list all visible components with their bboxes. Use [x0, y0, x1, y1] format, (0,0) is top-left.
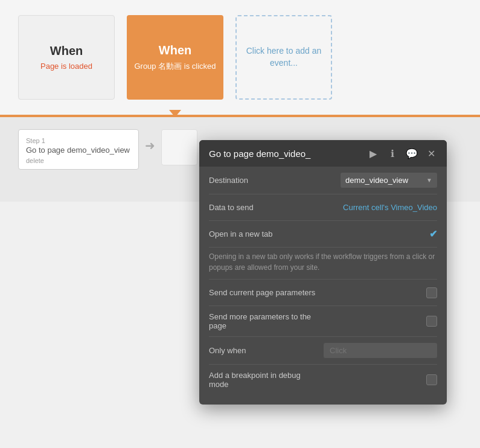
breakpoint-label: Add a breakpoint in debug mode	[209, 371, 318, 389]
step1-action: Go to page demo_video_view	[26, 146, 131, 155]
card2-sub-label: Group 名動画 is clicked	[134, 61, 216, 72]
send-more-params-check-container	[318, 316, 437, 327]
send-more-params-checkbox[interactable]	[426, 316, 437, 327]
dropdown-arrow-icon: ▼	[426, 177, 432, 184]
breakpoint-check-container	[318, 374, 437, 385]
popup-panel: Go to page demo_video_ ▶ ℹ 💬 ✕ Destinati…	[199, 140, 447, 405]
open-new-tab-info: Opening in a new tab only works if the w…	[209, 248, 437, 280]
data-to-send-value-container: Current cell's Vimeo_Video	[318, 203, 437, 212]
play-icon[interactable]: ▶	[367, 147, 379, 159]
send-more-params-row: Send more parameters to the page	[209, 306, 437, 337]
breakpoint-row: Add a breakpoint in debug mode	[209, 365, 437, 395]
step1-label: Step 1	[26, 137, 45, 144]
breakpoint-checkbox[interactable]	[426, 374, 437, 385]
divider-line	[0, 115, 480, 117]
only-when-input-container	[318, 343, 437, 358]
open-new-tab-label: Open in a new tab	[209, 229, 318, 238]
only-when-row: Only when	[209, 337, 437, 365]
open-new-tab-checkmark[interactable]: ✔	[429, 228, 437, 240]
event-card-page-loaded[interactable]: When Page is loaded	[18, 15, 115, 100]
open-new-tab-check-container: ✔	[318, 228, 437, 240]
workflow-arrow: ➜	[145, 138, 155, 153]
workflow-step-1[interactable]: Step 1 Go to page demo_video_view delete	[18, 129, 139, 170]
card1-when-label: When	[50, 44, 83, 58]
data-to-send-label: Data to send	[209, 203, 318, 212]
only-when-input[interactable]	[324, 343, 437, 358]
card2-when-label: When	[159, 43, 191, 57]
send-page-params-checkbox[interactable]	[426, 287, 437, 298]
card1-sub-label: Page is loaded	[40, 62, 92, 71]
popup-body: Destination demo_video_view ▼ Data to se…	[199, 167, 447, 395]
event-card-add[interactable]: Click here to add an event...	[235, 15, 332, 100]
card3-placeholder: Click here to add an event...	[237, 45, 331, 69]
data-to-send-row: Data to send Current cell's Vimeo_Video	[209, 194, 437, 221]
workflow-next-step[interactable]	[161, 129, 197, 165]
destination-label: Destination	[209, 176, 318, 185]
only-when-label: Only when	[209, 346, 318, 355]
send-page-params-row: Send current page parameters	[209, 280, 437, 306]
destination-selected: demo_video_view	[345, 176, 408, 185]
trigger-cards-area: When Page is loaded When Group 名動画 is cl…	[0, 0, 480, 115]
close-icon[interactable]: ✕	[425, 147, 437, 159]
step1-delete[interactable]: delete	[26, 157, 131, 164]
comment-icon[interactable]: 💬	[406, 147, 418, 159]
destination-dropdown[interactable]: demo_video_view ▼	[341, 173, 437, 188]
divider-triangle	[169, 110, 181, 117]
send-more-params-label: Send more parameters to the page	[209, 312, 318, 330]
info-icon[interactable]: ℹ	[386, 147, 398, 159]
data-to-send-link[interactable]: Current cell's Vimeo_Video	[343, 203, 437, 212]
destination-value-container: demo_video_view ▼	[318, 173, 437, 188]
send-page-params-check-container	[318, 287, 437, 298]
send-page-params-label: Send current page parameters	[209, 288, 318, 297]
popup-header: Go to page demo_video_ ▶ ℹ 💬 ✕	[199, 140, 447, 167]
popup-title: Go to page demo_video_	[209, 149, 310, 159]
destination-row: Destination demo_video_view ▼	[209, 167, 437, 194]
event-card-group-click[interactable]: When Group 名動画 is clicked	[127, 15, 223, 100]
open-new-tab-row: Open in a new tab ✔	[209, 221, 437, 248]
popup-icon-group: ▶ ℹ 💬 ✕	[367, 147, 437, 159]
